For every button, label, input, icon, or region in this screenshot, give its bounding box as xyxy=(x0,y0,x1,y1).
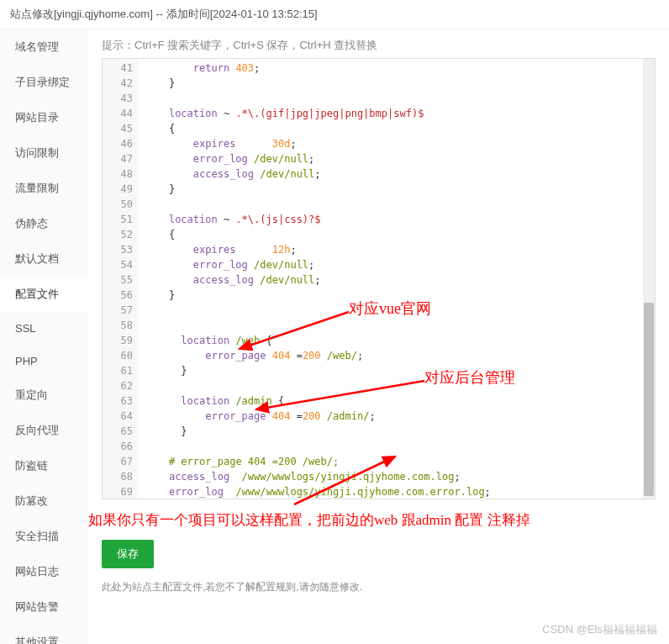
sidebar-item-11[interactable]: 反向代理 xyxy=(0,413,88,448)
code-line[interactable] xyxy=(138,303,655,318)
line-number: 56 xyxy=(103,288,138,303)
line-gutter: 4142434445464748495051525354555657585960… xyxy=(103,59,138,499)
sidebar-item-5[interactable]: 伪静态 xyxy=(0,206,88,241)
sidebar-item-4[interactable]: 流量限制 xyxy=(0,171,88,206)
line-number: 63 xyxy=(103,393,138,409)
line-number: 65 xyxy=(103,424,138,439)
code-line[interactable]: error_log /dev/null; xyxy=(138,151,655,166)
window-title: 站点修改[yingji.qjyhome.com] -- 添加时间[2024-01… xyxy=(0,0,669,29)
sidebar-item-15[interactable]: 网站日志 xyxy=(0,554,88,589)
line-number: 58 xyxy=(103,318,138,333)
line-number: 55 xyxy=(103,272,138,288)
line-number: 61 xyxy=(103,363,138,378)
line-number: 54 xyxy=(103,257,138,272)
sidebar-item-0[interactable]: 域名管理 xyxy=(0,29,88,65)
code-line[interactable]: } xyxy=(138,424,655,439)
sidebar-item-1[interactable]: 子目录绑定 xyxy=(0,65,88,100)
code-line[interactable]: location /admin { xyxy=(138,393,655,409)
line-number: 68 xyxy=(103,469,138,484)
line-number: 69 xyxy=(103,484,138,499)
code-line[interactable] xyxy=(138,318,655,333)
line-number: 57 xyxy=(103,303,138,318)
sidebar-item-17[interactable]: 其他设置 xyxy=(0,625,88,644)
code-line[interactable] xyxy=(138,439,655,454)
code-line[interactable]: } xyxy=(138,288,655,303)
sidebar-item-13[interactable]: 防篡改 xyxy=(0,483,88,519)
line-number: 50 xyxy=(103,197,138,212)
code-area[interactable]: return 403; } location ~ .*\.(gif|jpg|jp… xyxy=(138,61,655,499)
code-line[interactable]: location ~ .*\.(gif|jpg|jpeg|png|bmp|swf… xyxy=(138,106,655,121)
line-number: 64 xyxy=(103,409,138,424)
code-line[interactable]: location /web { xyxy=(138,333,655,348)
line-number: 49 xyxy=(103,182,138,197)
watermark: CSDN @Els福福福福福 xyxy=(542,622,657,637)
sidebar-item-9[interactable]: PHP xyxy=(0,345,88,377)
code-line[interactable]: error_log /dev/null; xyxy=(138,257,655,272)
code-line[interactable]: expires 30d; xyxy=(138,136,655,151)
annotation-single: 如果你只有一个项目可以这样配置，把前边的web 跟admin 配置 注释掉 xyxy=(88,510,530,530)
line-number: 51 xyxy=(103,212,138,227)
code-line[interactable]: access_log /dev/null; xyxy=(138,272,655,288)
sidebar-item-14[interactable]: 安全扫描 xyxy=(0,519,88,554)
save-button[interactable]: 保存 xyxy=(102,540,154,568)
code-line[interactable]: } xyxy=(138,76,655,91)
sidebar-item-10[interactable]: 重定向 xyxy=(0,377,88,413)
line-number: 44 xyxy=(103,106,138,121)
line-number: 59 xyxy=(103,333,138,348)
code-line[interactable]: # error_page 404 =200 /web/; xyxy=(138,454,655,469)
code-line[interactable]: error_page 404 =200 /web/; xyxy=(138,348,655,363)
hint-text: 提示：Ctrl+F 搜索关键字，Ctrl+S 保存，Ctrl+H 查找替换 xyxy=(102,38,656,53)
sidebar-item-7[interactable]: 配置文件 xyxy=(0,277,88,312)
line-number: 53 xyxy=(103,242,138,257)
code-line[interactable] xyxy=(138,197,655,212)
sidebar-item-2[interactable]: 网站目录 xyxy=(0,100,88,135)
line-number: 46 xyxy=(103,136,138,151)
code-line[interactable]: { xyxy=(138,227,655,242)
sidebar-item-12[interactable]: 防盗链 xyxy=(0,448,88,483)
scrollbar[interactable] xyxy=(643,59,655,499)
code-line[interactable] xyxy=(138,378,655,393)
line-number: 66 xyxy=(103,439,138,454)
code-line[interactable]: return 403; xyxy=(138,61,655,76)
line-number: 67 xyxy=(103,454,138,469)
line-number: 45 xyxy=(103,121,138,136)
line-number: 60 xyxy=(103,348,138,363)
code-line[interactable]: location ~ .*\.(js|css)?$ xyxy=(138,212,655,227)
line-number: 42 xyxy=(103,76,138,91)
code-editor[interactable]: 4142434445464748495051525354555657585960… xyxy=(102,58,656,499)
line-number: 52 xyxy=(103,227,138,242)
line-number: 43 xyxy=(103,91,138,106)
sidebar-item-16[interactable]: 网站告警 xyxy=(0,589,88,625)
content-panel: 提示：Ctrl+F 搜索关键字，Ctrl+S 保存，Ctrl+H 查找替换 41… xyxy=(88,29,669,643)
line-number: 62 xyxy=(103,378,138,393)
sidebar-item-8[interactable]: SSL xyxy=(0,312,88,345)
code-line[interactable]: } xyxy=(138,363,655,378)
line-number: 48 xyxy=(103,166,138,182)
code-line[interactable]: access_log /www/wwwlogs/yingji.qjyhome.c… xyxy=(138,469,655,484)
code-line[interactable]: } xyxy=(138,182,655,197)
code-line[interactable]: error_log /www/wwwlogs/yingji.qjyhome.co… xyxy=(138,484,655,499)
sidebar-item-3[interactable]: 访问限制 xyxy=(0,135,88,171)
code-line[interactable]: expires 12h; xyxy=(138,242,655,257)
code-line[interactable] xyxy=(138,91,655,106)
line-number: 47 xyxy=(103,151,138,166)
code-line[interactable]: access_log /dev/null; xyxy=(138,166,655,182)
sidebar-item-6[interactable]: 默认文档 xyxy=(0,241,88,277)
code-line[interactable]: { xyxy=(138,121,655,136)
main-container: 域名管理子目录绑定网站目录访问限制流量限制伪静态默认文档配置文件SSLPHP重定… xyxy=(0,29,669,643)
scrollbar-thumb[interactable] xyxy=(644,303,654,496)
line-number: 41 xyxy=(103,61,138,76)
sidebar: 域名管理子目录绑定网站目录访问限制流量限制伪静态默认文档配置文件SSLPHP重定… xyxy=(0,29,88,643)
code-line[interactable]: error_page 404 =200 /admin/; xyxy=(138,409,655,424)
footer-note: 此处为站点主配置文件,若您不了解配置规则,请勿随意修改. xyxy=(102,580,656,594)
